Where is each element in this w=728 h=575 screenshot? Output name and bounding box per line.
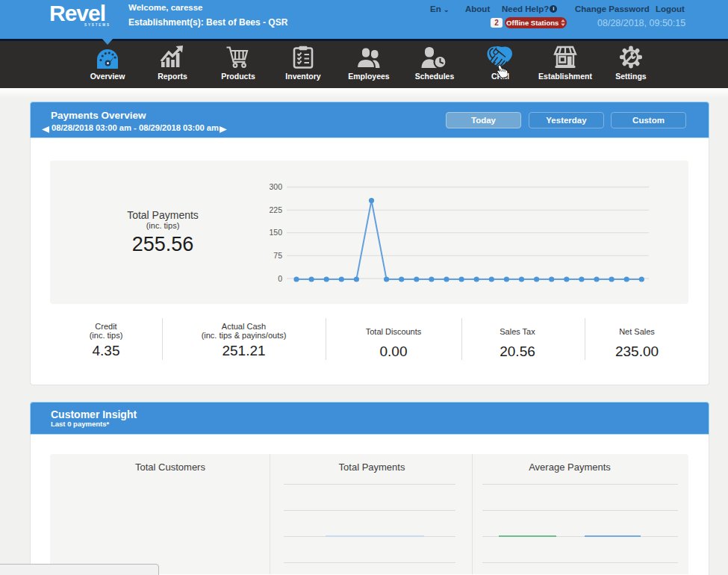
- svg-text:225: 225: [269, 205, 282, 214]
- svg-text:75: 75: [273, 251, 282, 260]
- svg-text:0: 0: [278, 274, 282, 283]
- svg-text:150: 150: [269, 228, 282, 237]
- svg-text:300: 300: [269, 182, 282, 191]
